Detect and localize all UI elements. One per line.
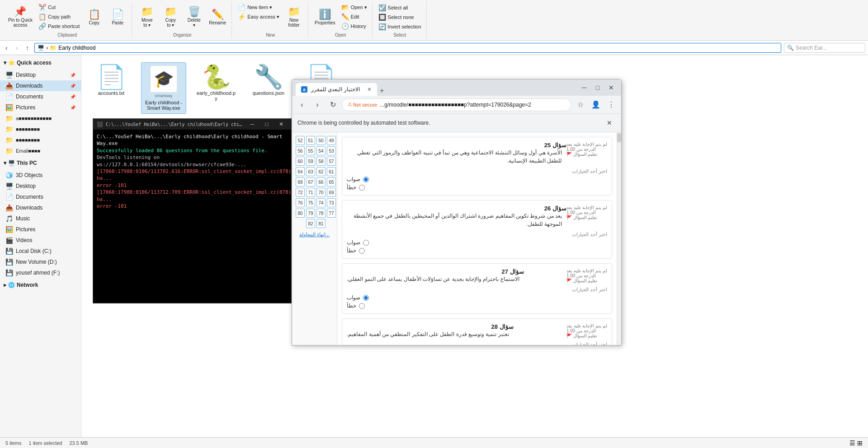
network-header[interactable]: ▸ 🌐 Network (0, 280, 81, 290)
new-folder-button[interactable]: 📁 Newfolder (283, 3, 305, 32)
sidebar-item-folder1[interactable]: 📁 a■■■■■■■■■■■ (0, 113, 81, 124)
q27-correct-radio[interactable] (363, 295, 369, 301)
sidebar-item-3dobjects[interactable]: 🧊 3D Objects (0, 170, 81, 181)
sidebar-item-folder3[interactable]: 📁 ■■■■■■■■ (0, 135, 81, 145)
nav-btn-56[interactable]: 56 (296, 146, 305, 155)
nav-btn-81[interactable]: 81 (316, 219, 326, 228)
cut-button[interactable]: ✂️ Cut (36, 3, 82, 12)
nav-btn-75[interactable]: 75 (306, 198, 315, 207)
view-grid-button[interactable]: ⊞ (857, 439, 863, 447)
q25-correct-radio[interactable] (363, 177, 369, 182)
sidebar-item-desktop-pc[interactable]: 🖥️ Desktop (0, 181, 81, 191)
terminal-minimize-button[interactable]: ─ (246, 118, 259, 131)
nav-btn-73[interactable]: 73 (327, 198, 336, 207)
q26-correct-radio[interactable] (363, 240, 369, 246)
copy-to-button[interactable]: 📁 Copyto ▾ (159, 3, 182, 32)
back-button[interactable]: ‹ (3, 43, 10, 53)
paste-shortcut-button[interactable]: 🔗 Paste shortcut (36, 22, 82, 31)
file-item-accounts[interactable]: 📄 accounts.txt (89, 62, 134, 114)
file-item-smartway[interactable]: 🎓 smartway Early childhood - Smart Way.e… (141, 62, 186, 114)
browser-close-button[interactable]: ✕ (605, 81, 618, 94)
paste-button[interactable]: 📄 Paste (106, 3, 129, 32)
history-button[interactable]: 🕑 History (339, 22, 369, 31)
sidebar-item-downloads-qa[interactable]: 📥 Downloads 📌 (0, 80, 81, 91)
sidebar-item-pictures-qa[interactable]: 🖼️ Pictures 📌 (0, 102, 81, 113)
browser-url-bar[interactable]: ⚠ Not secure ...g/moodle/■■■■■■■■■■■■■■■… (342, 98, 571, 111)
file-item-python[interactable]: 🐍 early_childhood.py (193, 62, 239, 114)
up-button[interactable]: ↑ (23, 43, 32, 53)
q27-wrong-radio[interactable] (359, 303, 365, 309)
nav-btn-51[interactable]: 51 (306, 136, 315, 145)
controlled-close-button[interactable]: ✕ (603, 117, 616, 129)
nav-btn-76[interactable]: 76 (296, 198, 305, 207)
select-none-button[interactable]: 🔲 Select none (376, 13, 424, 22)
nav-btn-59[interactable]: 59 (306, 157, 315, 166)
copy-button[interactable]: 📋 Copy (83, 3, 105, 32)
sidebar-item-downloads-pc[interactable]: 📥 Downloads (0, 202, 81, 213)
q27-option-correct[interactable]: صواب (347, 294, 607, 301)
profile-button[interactable]: 👤 (590, 98, 602, 111)
nav-btn-53[interactable]: 53 (327, 146, 336, 155)
sidebar-item-folder2[interactable]: 📁 ■■■■■■■■ (0, 124, 81, 135)
menu-button[interactable]: ⋮ (605, 98, 618, 111)
sidebar-item-desktop-qa[interactable]: 🖥️ Desktop 📌 (0, 70, 81, 80)
nav-btn-70[interactable]: 70 (316, 188, 326, 197)
q25-option-wrong[interactable]: خطأ (347, 184, 607, 191)
nav-btn-79[interactable]: 79 (306, 209, 315, 218)
nav-btn-54[interactable]: 54 (316, 146, 326, 155)
sidebar-item-folder4[interactable]: 📁 Email■■■■ (0, 145, 81, 156)
nav-btn-60[interactable]: 60 (296, 157, 305, 166)
nav-btn-66[interactable]: 66 (316, 177, 326, 187)
new-tab-button[interactable]: + (377, 86, 387, 96)
terminal-close-button[interactable]: ✕ (275, 118, 288, 131)
copy-path-button[interactable]: 📋 Copy path (36, 12, 82, 21)
q27-option-wrong[interactable]: خطأ (347, 303, 607, 309)
this-pc-header[interactable]: ▾ 🖥️ This PC (0, 158, 81, 168)
nav-btn-49[interactable]: 49 (327, 136, 336, 145)
nav-btn-80[interactable]: 80 (296, 209, 305, 218)
nav-btn-72[interactable]: 72 (296, 188, 305, 197)
browser-minimize-button[interactable]: ─ (578, 81, 590, 94)
sidebar-item-documents-pc[interactable]: 📄 Documents (0, 191, 81, 202)
sidebar-item-pictures-pc[interactable]: 🖼️ Pictures (0, 224, 81, 235)
forward-button[interactable]: › (13, 43, 21, 53)
sidebar-item-documents-qa[interactable]: 📄 Documents 📌 (0, 91, 81, 102)
nav-btn-62[interactable]: 62 (316, 167, 326, 176)
nav-btn-50[interactable]: 50 (316, 136, 326, 145)
nav-btn-68[interactable]: 68 (296, 177, 305, 187)
q26-option-wrong[interactable]: خطأ (347, 247, 607, 254)
quick-access-header[interactable]: ▾ ⭐ Quick access (0, 58, 81, 68)
nav-btn-57[interactable]: 57 (327, 157, 336, 166)
browser-forward-button[interactable]: › (311, 98, 324, 111)
sidebar-item-videos[interactable]: 🎬 Videos (0, 235, 81, 246)
nav-btn-74[interactable]: 74 (316, 198, 326, 207)
sidebar-item-yousef[interactable]: 💾 yousef ahmed (F:) (0, 267, 81, 278)
nav-btn-71[interactable]: 71 (306, 188, 315, 197)
nav-btn-64[interactable]: 64 (296, 167, 305, 176)
q26-wrong-radio[interactable] (359, 248, 365, 254)
open-button[interactable]: 📂 Open ▾ (339, 3, 369, 12)
invert-selection-button[interactable]: 🔄 Invert selection (376, 22, 424, 31)
nav-btn-77[interactable]: 77 (327, 209, 336, 218)
q26-option-correct[interactable]: صواب (347, 239, 607, 246)
nav-btn-58[interactable]: 58 (316, 157, 326, 166)
bookmark-button[interactable]: ☆ (574, 98, 587, 111)
file-item-json[interactable]: 🔧 questions.json (246, 62, 291, 114)
move-to-button[interactable]: 📁 Moveto ▾ (136, 3, 158, 32)
address-path[interactable]: 🖥️ › 📁 Early childhood (34, 43, 781, 53)
q25-wrong-radio[interactable] (359, 185, 365, 191)
nav-btn-61[interactable]: 61 (327, 167, 336, 176)
browser-maximize-button[interactable]: □ (591, 81, 604, 94)
edit-button[interactable]: ✏️ Edit (339, 12, 369, 21)
quiz-scrollbar[interactable] (617, 132, 621, 345)
sidebar-item-local-disk[interactable]: 💾 Local Disk (C:) (0, 246, 81, 257)
nav-btn-69[interactable]: 69 (327, 188, 336, 197)
new-item-button[interactable]: 📄 New item ▾ (236, 3, 282, 12)
nav-btn-78[interactable]: 78 (316, 209, 326, 218)
nav-btn-82[interactable]: 82 (306, 219, 315, 228)
pin-quick-access-button[interactable]: 📌 Pin to Quickaccess (5, 3, 35, 32)
properties-button[interactable]: ℹ️ Properties (312, 3, 338, 32)
browser-back-button[interactable]: ‹ (296, 98, 308, 111)
nav-btn-67[interactable]: 67 (306, 177, 315, 187)
search-box[interactable]: 🔍 Search Ear... (784, 43, 865, 53)
